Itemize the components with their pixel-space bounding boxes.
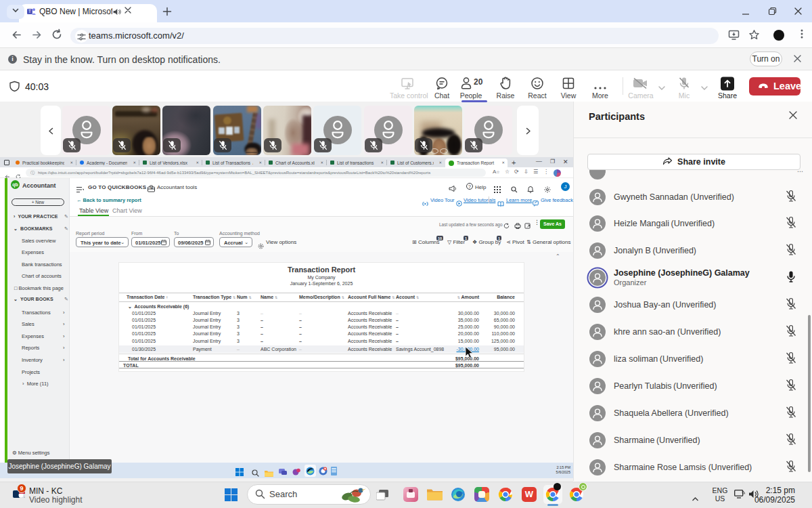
svg-text:T: T <box>28 9 32 14</box>
svg-text:20: 20 <box>474 77 483 87</box>
